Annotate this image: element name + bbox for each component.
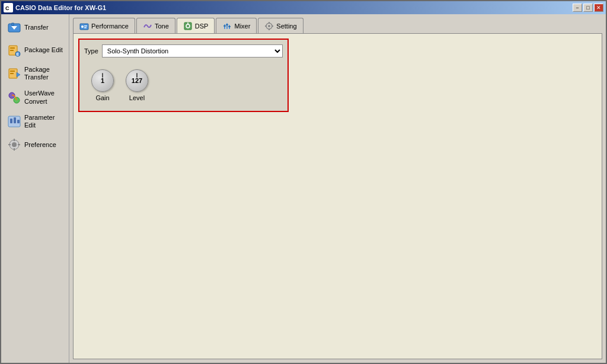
- svg-point-40: [268, 25, 270, 27]
- svg-rect-17: [10, 119, 12, 123]
- tab-label-performance: Performance: [91, 23, 129, 30]
- sidebar: Transfer E Package Edit: [1, 14, 69, 363]
- svg-point-27: [81, 25, 84, 28]
- svg-marker-13: [17, 72, 20, 77]
- svg-rect-11: [10, 71, 15, 72]
- dsp-type-label: Type: [84, 47, 98, 55]
- sidebar-label-parameter-edit: Parameter Edit: [24, 114, 63, 129]
- svg-rect-29: [84, 27, 87, 28]
- gain-knob[interactable]: 1: [91, 69, 114, 92]
- package-edit-icon: E: [7, 43, 21, 58]
- tab-label-tone: Tone: [155, 23, 169, 30]
- tab-label-dsp: DSP: [195, 23, 209, 30]
- setting-tab-icon: [264, 21, 274, 31]
- svg-rect-6: [10, 47, 15, 49]
- svg-point-21: [12, 142, 17, 147]
- dsp-panel: Type Solo-Synth DistortionDistortionOver…: [73, 33, 602, 359]
- main-area: Transfer E Package Edit: [1, 14, 606, 363]
- parameter-edit-icon: [7, 114, 21, 129]
- svg-rect-44: [271, 25, 273, 27]
- svg-rect-38: [228, 26, 231, 27]
- svg-rect-23: [14, 148, 15, 151]
- tab-dsp[interactable]: DSP: [177, 18, 215, 33]
- minimize-button[interactable]: −: [573, 4, 582, 12]
- svg-rect-41: [269, 22, 270, 24]
- tab-mixer[interactable]: Mixer: [216, 18, 257, 33]
- sidebar-item-userwave-convert[interactable]: UserWave Convert: [4, 87, 66, 108]
- svg-rect-24: [8, 144, 11, 145]
- sidebar-label-package-transfer: Package Transfer: [24, 66, 63, 81]
- preference-icon: [7, 138, 21, 152]
- dsp-type-select[interactable]: Solo-Synth DistortionDistortionOverdrive…: [102, 44, 283, 58]
- svg-rect-22: [14, 139, 15, 141]
- tab-setting[interactable]: Setting: [258, 18, 303, 33]
- svg-rect-36: [223, 25, 226, 27]
- title-bar-left: C CASIO Data Editor for XW-G1: [4, 3, 106, 12]
- dsp-box: Type Solo-Synth DistortionDistortionOver…: [78, 39, 289, 112]
- sidebar-label-preference: Preference: [24, 141, 56, 149]
- svg-rect-7: [10, 50, 14, 51]
- gain-label: Gain: [95, 94, 109, 101]
- svg-rect-19: [17, 120, 20, 123]
- knobs-row: 1 Gain 127 Level: [84, 65, 283, 106]
- tab-performance[interactable]: Performance: [73, 18, 135, 33]
- svg-rect-25: [18, 144, 20, 145]
- svg-rect-4: [12, 23, 14, 25]
- sidebar-label-package-edit: Package Edit: [24, 46, 63, 54]
- application-window: C CASIO Data Editor for XW-G1 − □ ✕: [0, 0, 607, 364]
- package-transfer-icon: [7, 66, 21, 81]
- svg-text:E: E: [17, 52, 20, 56]
- dsp-type-row: Type Solo-Synth DistortionDistortionOver…: [84, 44, 283, 58]
- tab-label-mixer: Mixer: [234, 23, 250, 30]
- restore-button[interactable]: □: [583, 4, 593, 12]
- sidebar-label-transfer: Transfer: [24, 24, 49, 31]
- sidebar-item-package-edit[interactable]: E Package Edit: [4, 40, 66, 60]
- svg-rect-43: [265, 25, 267, 27]
- sidebar-label-userwave-convert: UserWave Convert: [24, 90, 63, 105]
- tab-label-setting: Setting: [276, 23, 296, 30]
- svg-rect-12: [10, 73, 14, 74]
- svg-text:C: C: [5, 5, 9, 11]
- userwave-convert-icon: [7, 91, 21, 105]
- window-controls: − □ ✕: [573, 4, 603, 12]
- svg-rect-34: [226, 23, 228, 29]
- window-title: CASIO Data Editor for XW-G1: [15, 4, 106, 11]
- level-knob[interactable]: 127: [126, 69, 148, 92]
- title-bar: C CASIO Data Editor for XW-G1 − □ ✕: [1, 1, 606, 14]
- tab-tone[interactable]: Tone: [136, 18, 175, 33]
- mixer-tab-icon: [222, 21, 232, 31]
- svg-rect-28: [84, 25, 87, 27]
- svg-rect-18: [14, 117, 16, 123]
- performance-tab-icon: [79, 21, 89, 31]
- sidebar-item-transfer[interactable]: Transfer: [4, 18, 66, 38]
- sidebar-item-parameter-edit[interactable]: Parameter Edit: [4, 111, 66, 132]
- level-value: 127: [132, 77, 142, 84]
- window-body: Transfer E Package Edit: [1, 14, 606, 363]
- close-button[interactable]: ✕: [594, 4, 603, 12]
- gain-knob-group: 1 Gain: [91, 69, 114, 101]
- svg-rect-37: [226, 24, 228, 25]
- sidebar-item-package-transfer[interactable]: Package Transfer: [4, 63, 66, 84]
- dsp-tab-icon: [183, 21, 193, 31]
- app-icon: C: [4, 3, 13, 12]
- level-label: Level: [129, 94, 145, 101]
- sidebar-item-preference[interactable]: Preference: [4, 135, 66, 155]
- tone-tab-icon: [143, 21, 152, 31]
- level-knob-group: 127 Level: [126, 69, 148, 101]
- content-area: Performance Tone: [69, 14, 606, 363]
- gain-value: 1: [101, 77, 104, 84]
- svg-rect-33: [224, 24, 225, 29]
- transfer-icon: [7, 21, 21, 35]
- svg-rect-42: [269, 28, 270, 30]
- tab-bar: Performance Tone: [73, 18, 602, 33]
